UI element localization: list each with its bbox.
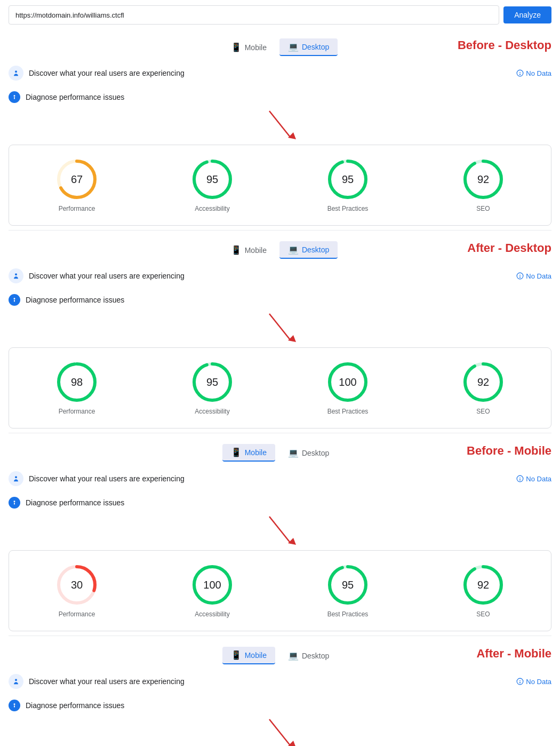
score-circle-best-practices-before-mobile: 95 xyxy=(326,564,369,606)
diagnose-text-after-desktop: Diagnose performance issues xyxy=(26,296,124,304)
score-label-before-desktop-Performance: Performance xyxy=(59,205,95,212)
score-item-performance-before-desktop: 67Performance xyxy=(55,158,98,212)
svg-point-19 xyxy=(15,273,17,275)
score-item-seo-after-desktop: 92SEO xyxy=(462,361,505,415)
score-item-accessibility-before-desktop: 95Accessibility xyxy=(191,158,234,212)
discover-icon-after-mobile xyxy=(9,674,23,689)
tab-row-after-mobile: 📱Mobile💻DesktopAfter - Mobile xyxy=(0,638,560,669)
section-annotation-after-mobile: After - Mobile xyxy=(476,647,551,661)
scores-card-after-desktop: 98Performance 95Accessibility 100Best Pr… xyxy=(9,347,551,428)
score-label-before-mobile-Accessibility: Accessibility xyxy=(195,610,229,618)
diagnose-icon-before-mobile xyxy=(9,497,20,509)
score-circle-best-practices-after-desktop: 100 xyxy=(326,361,369,403)
score-label-before-desktop-SEO: SEO xyxy=(476,205,490,212)
svg-point-1 xyxy=(15,70,17,73)
tab-mobile-after-desktop[interactable]: 📱Mobile xyxy=(222,242,275,258)
svg-point-40 xyxy=(520,480,521,480)
section-before-mobile: 📱Mobile💻DesktopBefore - Mobile Discover … xyxy=(0,435,560,631)
tab-label-mobile: Mobile xyxy=(245,246,267,255)
tab-label-desktop: Desktop xyxy=(302,245,329,254)
score-label-after-desktop-SEO: SEO xyxy=(476,408,490,415)
score-label-before-desktop-Best Practices: Best Practices xyxy=(327,205,369,212)
score-label-before-mobile-Best Practices: Best Practices xyxy=(327,610,369,618)
score-label-after-desktop-Accessibility: Accessibility xyxy=(195,408,229,415)
analyze-button[interactable]: Analyze xyxy=(503,6,551,23)
discover-icon-before-mobile xyxy=(9,471,23,486)
tab-mobile-after-mobile[interactable]: 📱Mobile xyxy=(222,647,275,664)
score-label-before-mobile-Performance: Performance xyxy=(59,610,95,618)
section-annotation-before-desktop: Before - Desktop xyxy=(458,38,551,52)
tab-icon-mobile: 📱 xyxy=(231,650,242,660)
score-item-seo-before-desktop: 92SEO xyxy=(462,158,505,212)
score-number-after-desktop-Best Practices: 100 xyxy=(339,376,356,388)
score-number-before-mobile-Accessibility: 100 xyxy=(203,579,221,591)
svg-line-8 xyxy=(269,111,291,138)
diagnose-row-after-mobile: Diagnose performance issues xyxy=(0,694,560,717)
discover-row-after-mobile: Discover what your real users are experi… xyxy=(0,669,560,694)
tab-icon-desktop: 💻 xyxy=(288,244,299,255)
score-number-after-desktop-Accessibility: 95 xyxy=(206,376,218,388)
score-number-before-desktop-SEO: 92 xyxy=(477,173,489,186)
section-after-desktop: 📱Mobile💻DesktopAfter - Desktop Discover … xyxy=(0,233,560,428)
svg-point-42 xyxy=(14,501,15,502)
tab-icon-mobile: 📱 xyxy=(231,245,242,255)
discover-icon-after-desktop xyxy=(9,268,23,283)
svg-point-24 xyxy=(14,298,15,299)
arrow-annotation-before-mobile xyxy=(0,514,560,546)
tab-icon-mobile: 📱 xyxy=(231,447,242,457)
tab-label-desktop: Desktop xyxy=(302,43,329,51)
score-circle-performance-before-mobile: 30 xyxy=(55,564,98,606)
tab-desktop-after-desktop[interactable]: 💻Desktop xyxy=(279,241,338,259)
score-circle-accessibility-before-desktop: 95 xyxy=(191,158,234,201)
score-item-best-practices-before-desktop: 95Best Practices xyxy=(326,158,369,212)
section-after-mobile: 📱Mobile💻DesktopAfter - Mobile Discover w… xyxy=(0,638,560,746)
arrow-annotation-before-desktop xyxy=(0,108,560,140)
score-circle-seo-before-desktop: 92 xyxy=(462,158,505,201)
diagnose-row-after-desktop: Diagnose performance issues xyxy=(0,289,560,311)
discover-text-before-desktop: Discover what your real users are experi… xyxy=(29,69,185,77)
tab-desktop-after-mobile[interactable]: 💻Desktop xyxy=(279,647,338,664)
score-item-accessibility-before-mobile: 100Accessibility xyxy=(191,564,234,618)
score-label-before-desktop-Accessibility: Accessibility xyxy=(195,205,229,212)
tab-icon-desktop: 💻 xyxy=(288,448,299,458)
divider-2 xyxy=(9,636,551,636)
score-number-before-mobile-SEO: 92 xyxy=(477,579,489,591)
tab-row-after-desktop: 📱Mobile💻DesktopAfter - Desktop xyxy=(0,233,560,263)
svg-point-22 xyxy=(520,277,521,277)
discover-row-before-mobile: Discover what your real users are experi… xyxy=(0,466,560,491)
arrow-svg-before-desktop xyxy=(227,108,333,140)
score-circle-seo-before-mobile: 92 xyxy=(462,564,505,606)
score-circle-accessibility-after-desktop: 95 xyxy=(191,361,234,403)
tab-icon-desktop: 💻 xyxy=(288,42,299,52)
no-data-before-mobile: No Data xyxy=(516,475,551,483)
score-item-best-practices-after-desktop: 100Best Practices xyxy=(326,361,369,415)
svg-rect-25 xyxy=(14,300,15,302)
svg-point-58 xyxy=(520,682,521,683)
tab-desktop-before-desktop[interactable]: 💻Desktop xyxy=(279,38,338,56)
score-number-before-mobile-Performance: 30 xyxy=(71,579,83,591)
score-item-best-practices-before-mobile: 95Best Practices xyxy=(326,564,369,618)
url-input[interactable] xyxy=(9,5,499,25)
no-data-before-desktop: No Data xyxy=(516,69,551,77)
section-annotation-before-mobile: Before - Mobile xyxy=(467,444,551,458)
discover-text-after-desktop: Discover what your real users are experi… xyxy=(29,272,185,280)
svg-rect-7 xyxy=(14,97,15,99)
tab-mobile-before-desktop[interactable]: 📱Mobile xyxy=(222,39,275,55)
arrow-svg-after-desktop xyxy=(227,311,333,343)
tab-row-before-desktop: 📱Mobile💻DesktopBefore - Desktop xyxy=(0,30,560,60)
diagnose-icon-after-mobile xyxy=(9,700,20,711)
tab-desktop-before-mobile[interactable]: 💻Desktop xyxy=(279,445,338,461)
diagnose-text-before-mobile: Diagnose performance issues xyxy=(26,498,124,507)
top-bar: Analyze xyxy=(0,0,560,30)
discover-text-after-mobile: Discover what your real users are experi… xyxy=(29,677,185,686)
section-annotation-after-desktop: After - Desktop xyxy=(467,241,551,255)
score-circle-best-practices-before-desktop: 95 xyxy=(326,158,369,201)
diagnose-text-before-desktop: Diagnose performance issues xyxy=(26,93,124,101)
score-number-after-desktop-Performance: 98 xyxy=(71,376,83,388)
svg-point-37 xyxy=(15,476,17,478)
score-number-after-desktop-SEO: 92 xyxy=(477,376,489,388)
tab-label-mobile: Mobile xyxy=(245,43,267,52)
tab-label-desktop: Desktop xyxy=(302,652,329,660)
tab-mobile-before-mobile[interactable]: 📱Mobile xyxy=(222,444,275,462)
arrow-annotation-after-mobile xyxy=(0,717,560,746)
